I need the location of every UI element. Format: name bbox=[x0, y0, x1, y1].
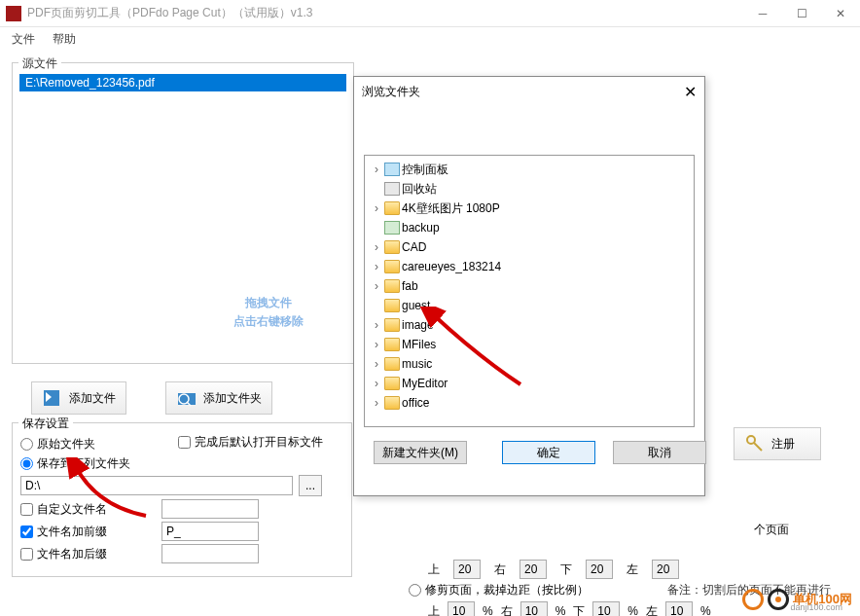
tree-item[interactable]: ›fab bbox=[369, 276, 690, 296]
tree-item-label: 回收站 bbox=[402, 181, 437, 198]
tree-item[interactable]: ›image bbox=[369, 315, 690, 335]
folder-icon bbox=[384, 299, 400, 312]
custom-name-checkbox[interactable]: 自定义文件名 bbox=[20, 501, 107, 518]
tree-item[interactable]: 回收站 bbox=[369, 179, 690, 199]
folder-icon bbox=[384, 338, 400, 351]
panel-icon bbox=[384, 163, 400, 176]
dialog-titlebar: 浏览文件夹 ✕ bbox=[354, 77, 704, 106]
minimize-button[interactable]: ─ bbox=[743, 0, 782, 27]
tree-item[interactable]: ›music bbox=[369, 354, 690, 374]
window-title: PDF页面剪切工具（PDFdo Page Cut）（试用版）v1.3 bbox=[27, 5, 743, 21]
menu-file[interactable]: 文件 bbox=[12, 31, 35, 48]
add-folder-icon bbox=[176, 387, 197, 409]
prefix-input[interactable] bbox=[161, 522, 259, 541]
file-item[interactable]: E:\Removed_123456.pdf bbox=[19, 74, 346, 91]
tree-item[interactable]: ›4K壁纸图片 1080P bbox=[369, 199, 690, 218]
dialog-title: 浏览文件夹 bbox=[362, 84, 684, 100]
menu-help[interactable]: 帮助 bbox=[53, 31, 76, 48]
tree-item[interactable]: ›CAD bbox=[369, 237, 690, 257]
auto-open-checkbox[interactable]: 完成后默认打开目标文件 bbox=[178, 434, 323, 451]
close-button[interactable]: ✕ bbox=[821, 0, 860, 27]
register-button[interactable]: 注册 bbox=[734, 427, 821, 460]
dialog-close-button[interactable]: ✕ bbox=[684, 83, 697, 101]
custom-name-input[interactable] bbox=[161, 499, 259, 519]
tree-item[interactable]: ›MyEditor bbox=[369, 374, 690, 393]
tree-item-label: 控制面板 bbox=[402, 162, 448, 178]
browse-button[interactable]: ... bbox=[299, 475, 322, 496]
save-to-folder-radio[interactable]: 保存到下列文件夹 bbox=[20, 455, 130, 472]
browse-dialog: 浏览文件夹 ✕ ›控制面板回收站›4K壁纸图片 1080Pbackup›CAD›… bbox=[353, 76, 705, 496]
svg-point-4 bbox=[747, 436, 755, 444]
tree-item-label: image bbox=[402, 318, 434, 332]
tree-item[interactable]: guest bbox=[369, 296, 690, 315]
app-icon bbox=[6, 6, 21, 21]
original-folder-radio[interactable]: 原始文件夹 bbox=[20, 436, 95, 453]
save-group: 保存设置 完成后默认打开目标文件 原始文件夹 保存到下列文件夹 ... 自定义文… bbox=[12, 422, 352, 577]
folder-icon bbox=[384, 260, 400, 273]
crop-panel: 上 右 下 左 修剪页面，裁掉边距（按比例） 上% 右% 下% 左% bbox=[409, 557, 711, 616]
folder-icon bbox=[384, 396, 400, 410]
tree-item[interactable]: ›office bbox=[369, 393, 690, 413]
tree-item-label: office bbox=[402, 396, 429, 410]
folder-icon bbox=[384, 318, 400, 332]
suffix-checkbox[interactable]: 文件名加后缀 bbox=[20, 546, 107, 562]
cancel-button[interactable]: 取消 bbox=[613, 441, 706, 464]
tree-item[interactable]: ›MFiles bbox=[369, 335, 690, 354]
ok-button[interactable]: 确定 bbox=[502, 441, 595, 464]
folder-icon bbox=[384, 201, 400, 215]
prefix-checkbox[interactable]: 文件名加前缀 bbox=[20, 524, 107, 540]
tree-item-label: MFiles bbox=[402, 338, 436, 351]
crop-up[interactable] bbox=[453, 560, 481, 579]
menubar: 文件 帮助 bbox=[0, 27, 860, 51]
crop-ratio-radio[interactable]: 修剪页面，裁掉边距（按比例） bbox=[409, 582, 589, 598]
tree-item-label: backup bbox=[402, 221, 440, 235]
crop-left-pct[interactable] bbox=[665, 601, 693, 616]
folder-tree[interactable]: ›控制面板回收站›4K壁纸图片 1080Pbackup›CAD›careueye… bbox=[364, 155, 695, 427]
crop-down[interactable] bbox=[586, 560, 613, 579]
tree-item-label: 4K壁纸图片 1080P bbox=[402, 200, 500, 217]
tree-item-label: fab bbox=[402, 279, 418, 293]
key-icon bbox=[744, 433, 766, 454]
watermark-logo: 单机100网 danji100.com bbox=[742, 589, 852, 610]
crop-up-pct[interactable] bbox=[448, 601, 475, 616]
save-path-input[interactable] bbox=[20, 476, 293, 495]
source-legend: 源文件 bbox=[18, 55, 61, 72]
source-group: 源文件 E:\Removed_123456.pdf bbox=[12, 62, 354, 364]
bin-icon bbox=[384, 182, 400, 196]
add-file-button[interactable]: 添加文件 bbox=[31, 381, 126, 415]
add-folder-button[interactable]: 添加文件夹 bbox=[165, 381, 272, 415]
tree-item-label: careueyes_183214 bbox=[402, 260, 501, 273]
tree-item[interactable]: ›控制面板 bbox=[369, 160, 690, 179]
crop-right-pct[interactable] bbox=[520, 601, 548, 616]
folder-icon bbox=[384, 279, 400, 293]
tree-item-label: guest bbox=[402, 299, 430, 312]
folder-icon bbox=[384, 240, 400, 254]
pages-suffix: 个页面 bbox=[754, 522, 789, 538]
folder-icon bbox=[384, 357, 400, 371]
crop-left[interactable] bbox=[652, 560, 679, 579]
svg-line-5 bbox=[754, 443, 762, 451]
save-legend: 保存设置 bbox=[18, 416, 73, 432]
folder-icon bbox=[384, 377, 400, 390]
new-folder-button[interactable]: 新建文件夹(M) bbox=[374, 441, 467, 464]
maximize-button[interactable]: ☐ bbox=[782, 0, 821, 27]
crop-right[interactable] bbox=[520, 560, 547, 579]
tree-item[interactable]: ›careueyes_183214 bbox=[369, 257, 690, 276]
tree-item-label: music bbox=[402, 357, 432, 371]
tree-item-label: CAD bbox=[402, 240, 426, 254]
file-list[interactable]: E:\Removed_123456.pdf bbox=[18, 73, 347, 353]
crop-down-pct[interactable] bbox=[592, 601, 620, 616]
tree-item[interactable]: backup bbox=[369, 218, 690, 237]
suffix-input[interactable] bbox=[161, 544, 259, 563]
add-file-icon bbox=[42, 387, 63, 409]
drive-icon bbox=[384, 221, 400, 235]
tree-item-label: MyEditor bbox=[402, 377, 448, 390]
titlebar: PDF页面剪切工具（PDFdo Page Cut）（试用版）v1.3 ─ ☐ ✕ bbox=[0, 0, 860, 27]
